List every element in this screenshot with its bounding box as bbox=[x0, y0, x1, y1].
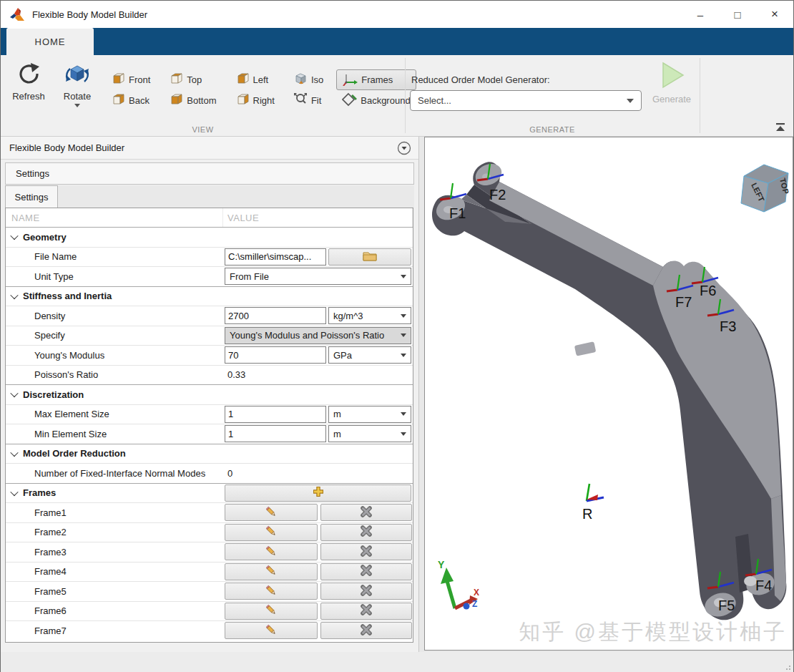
property-row-density: Density2700 kg/m^3 bbox=[6, 306, 413, 326]
view-button-top[interactable]: Top bbox=[163, 69, 222, 90]
edit-frame-button[interactable] bbox=[225, 504, 318, 521]
cube-right-icon bbox=[235, 94, 250, 107]
property-row-frame6: Frame6 bbox=[6, 601, 413, 621]
settings-collapse-bar[interactable]: Settings bbox=[5, 162, 414, 185]
value-input[interactable]: 1 bbox=[225, 406, 326, 423]
cube-back-icon bbox=[111, 94, 125, 107]
section-row-geometry[interactable]: Geometry bbox=[6, 227, 413, 247]
section-row-stiffness-and-inertia[interactable]: Stiffness and Inertia bbox=[6, 286, 413, 306]
delete-frame-button[interactable] bbox=[320, 504, 412, 521]
view-button-background[interactable]: Background bbox=[336, 90, 416, 111]
value-input[interactable]: 1 bbox=[225, 425, 326, 442]
add-frame-button[interactable] bbox=[225, 484, 411, 502]
edit-frame-button[interactable] bbox=[225, 524, 318, 541]
body-boss-detail bbox=[574, 341, 597, 356]
unit-value: m bbox=[333, 409, 341, 419]
chevron-down-icon bbox=[401, 412, 406, 416]
delete-frame-button[interactable] bbox=[320, 563, 412, 580]
section-row-frames[interactable]: Frames bbox=[6, 483, 413, 503]
close-button[interactable]: × bbox=[756, 1, 793, 28]
resize-grip[interactable] bbox=[783, 663, 790, 670]
name-column-header: NAME bbox=[6, 208, 223, 227]
view-button-back[interactable]: Back bbox=[105, 90, 156, 111]
section-row-discretization[interactable]: Discretization bbox=[6, 384, 413, 404]
rom-generator-select[interactable]: Select... bbox=[410, 90, 642, 111]
frame-triad-icon bbox=[587, 484, 604, 501]
unit-dropdown[interactable]: m bbox=[328, 425, 411, 442]
view-button-iso[interactable]: Iso bbox=[288, 69, 329, 90]
delete-x-icon bbox=[360, 603, 373, 618]
main-area: Flexible Body Model Builder Settings Set… bbox=[1, 137, 793, 652]
delete-frame-button[interactable] bbox=[320, 603, 412, 620]
rotate-button[interactable]: Rotate bbox=[55, 62, 99, 114]
window-title: Flexible Body Model Builder bbox=[32, 9, 147, 20]
delete-frame-button[interactable] bbox=[320, 543, 412, 560]
section-row-model-order-reduction[interactable]: Model Order Reduction bbox=[6, 444, 413, 464]
value-input[interactable]: 2700 bbox=[225, 307, 326, 324]
value-text: 0.33 bbox=[225, 369, 245, 380]
properties-panel: Flexible Body Model Builder Settings Set… bbox=[1, 137, 419, 652]
panel-collapse-icon[interactable] bbox=[397, 141, 411, 155]
view-button-bottom[interactable]: Bottom bbox=[163, 90, 222, 111]
minimize-button[interactable]: – bbox=[682, 1, 719, 28]
unit-dropdown[interactable]: GPa bbox=[328, 346, 411, 364]
watermark: 知乎 @基于模型设计柚子 bbox=[519, 618, 787, 647]
delete-x-icon bbox=[360, 545, 373, 560]
view-section-label: VIEW bbox=[1, 125, 405, 134]
edit-frame-button[interactable] bbox=[225, 583, 318, 600]
chevron-down-icon bbox=[627, 99, 634, 103]
app-window: Flexible Body Model Builder – □ × HOME R… bbox=[0, 0, 794, 672]
unit-dropdown[interactable]: m bbox=[328, 406, 411, 423]
edit-frame-button[interactable] bbox=[225, 603, 318, 620]
ribbon-tab-row: HOME bbox=[1, 28, 793, 55]
view-button-frames[interactable]: Frames bbox=[336, 69, 416, 90]
browse-file-button[interactable] bbox=[328, 248, 411, 266]
property-name: Unit Type bbox=[6, 267, 223, 286]
delete-frame-button[interactable] bbox=[320, 524, 412, 541]
pencil-icon bbox=[265, 505, 278, 520]
value-column-header: VALUE bbox=[223, 208, 413, 227]
view-cube[interactable]: LEFT TOP bbox=[741, 165, 790, 212]
refresh-button[interactable]: Refresh bbox=[6, 62, 51, 114]
pencil-icon bbox=[265, 545, 278, 560]
property-name: Frame7 bbox=[6, 621, 223, 641]
edit-frame-button[interactable] bbox=[225, 543, 318, 560]
unit-value: m bbox=[333, 429, 341, 439]
dropdown-specify[interactable]: Young's Modulus and Poisson's Ratio bbox=[225, 327, 411, 344]
maximize-button[interactable]: □ bbox=[719, 1, 756, 28]
view-button-fit[interactable]: Fit bbox=[288, 90, 329, 111]
file-name-input[interactable]: C:\smiller\simscap... bbox=[225, 248, 326, 266]
pencil-icon bbox=[265, 525, 278, 540]
property-row-poisson-s-ratio: Poisson's Ratio0.33 bbox=[6, 365, 413, 385]
unit-value: kg/m^3 bbox=[333, 311, 363, 321]
edit-frame-button[interactable] bbox=[225, 622, 318, 639]
dropdown-unit-type[interactable]: From File bbox=[225, 268, 411, 285]
play-icon bbox=[657, 61, 686, 89]
refresh-label: Refresh bbox=[12, 91, 45, 102]
unit-value: GPa bbox=[333, 350, 352, 361]
matlab-logo-icon bbox=[9, 6, 26, 22]
section-title: Geometry bbox=[6, 228, 413, 247]
tab-home[interactable]: HOME bbox=[6, 28, 94, 55]
3d-viewport[interactable]: LEFT TOP F1F2F7F6F3RF5F4 Y X Z 知乎 @基于模型设… bbox=[424, 137, 793, 651]
panel-header: Flexible Body Model Builder bbox=[1, 137, 418, 160]
delete-x-icon bbox=[360, 564, 373, 579]
edit-frame-button[interactable] bbox=[225, 563, 318, 580]
property-row-frame7: Frame7 bbox=[6, 620, 413, 641]
view-button-right[interactable]: Right bbox=[230, 90, 280, 111]
unit-dropdown[interactable]: kg/m^3 bbox=[328, 307, 411, 324]
property-row-max-element-size: Max Element Size1 m bbox=[6, 404, 413, 424]
panel-title: Flexible Body Model Builder bbox=[9, 142, 124, 153]
chevron-down-icon bbox=[10, 232, 18, 240]
delete-frame-button[interactable] bbox=[320, 583, 412, 600]
value-text: 0 bbox=[225, 468, 232, 479]
view-button-left[interactable]: Left bbox=[230, 69, 280, 90]
property-row-specify: SpecifyYoung's Modulus and Poisson's Rat… bbox=[6, 326, 413, 346]
delete-frame-button[interactable] bbox=[320, 622, 412, 639]
collapse-ribbon-button[interactable] bbox=[773, 122, 788, 133]
tab-settings[interactable]: Settings bbox=[5, 185, 58, 208]
value-input[interactable]: 70 bbox=[225, 346, 326, 364]
generate-button[interactable]: Generate bbox=[648, 61, 695, 115]
chevron-down-icon bbox=[401, 275, 406, 278]
view-button-front[interactable]: Front bbox=[105, 69, 156, 90]
